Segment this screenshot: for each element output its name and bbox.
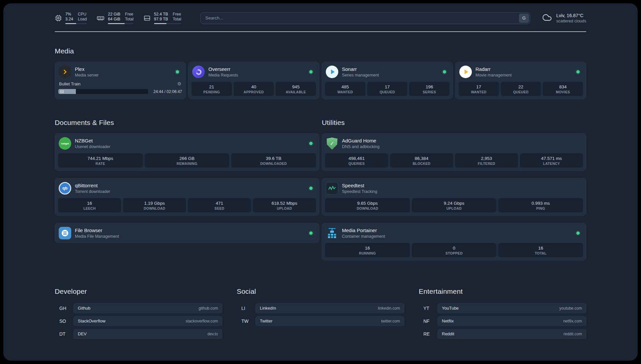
bookmark-link[interactable]: StackOverflow stackoverflow.com xyxy=(74,316,222,326)
stat-leech: 16 LEECH xyxy=(58,198,121,212)
stat-series: 196 SERIES xyxy=(409,82,449,96)
disk-total-label: Total xyxy=(173,17,181,22)
service-subtitle: Media File Management xyxy=(75,234,119,239)
utilities-column: Utilities ✓ AdGuard Home DNS and adblock… xyxy=(322,113,586,260)
stat-rate: 744.21 Mbps RATE xyxy=(58,153,143,167)
stat-approved: 40 APPROVED xyxy=(234,82,274,96)
bookmark-netflix: NF Netflix netflix.com xyxy=(419,316,586,326)
bookmark-abbr: SO xyxy=(55,318,74,324)
documents-column: Documents & Files nzbget NZBGet Usenet d… xyxy=(55,113,319,260)
stat-upload: 9.24 Gbps UPLOAD xyxy=(412,198,497,212)
stat-download: 1.19 Gbps DOWNLOAD xyxy=(123,198,186,212)
stat-queued: 22 QUEUED xyxy=(501,82,541,96)
bookmark-stackoverflow: SO StackOverflow stackoverflow.com xyxy=(55,316,222,326)
service-card-qbittorrent[interactable]: qb qBittorrent Torrent downloader 16 LEE… xyxy=(55,178,319,216)
service-name: Radarr xyxy=(475,66,512,72)
disk-bar xyxy=(154,23,181,24)
playback-progress-bar[interactable] xyxy=(58,89,148,94)
weather-condition: scattered clouds xyxy=(556,18,586,24)
memory-widget: 22 GiB 64 GiB Free Total xyxy=(97,12,134,24)
service-card-sonarr[interactable]: Sonarr Series management 485 WANTED 17 Q… xyxy=(322,62,453,99)
service-card-radarr[interactable]: Radarr Movie management 17 WANTED 22 QUE… xyxy=(455,62,586,99)
disk-widget: 52.4 TB 97.9 TB Free Total xyxy=(143,12,181,24)
bookmark-twitter: TW Twitter twitter.com xyxy=(237,316,404,326)
stat-movies: 834 MOVIES xyxy=(543,82,583,96)
service-card-adguard[interactable]: ✓ AdGuard Home DNS and adblocking 498,46… xyxy=(322,133,586,171)
section-title-utilities: Utilities xyxy=(322,119,586,127)
disk-free: 52.4 TB xyxy=(154,12,168,17)
bookmark-link[interactable]: Twitter twitter.com xyxy=(256,316,404,326)
service-subtitle: Series management xyxy=(342,73,379,78)
stat-wanted: 17 WANTED xyxy=(459,82,499,96)
bookmark-linkedin: LI LinkedIn linkedin.com xyxy=(237,303,404,313)
bookmark-link[interactable]: DEV dev.to xyxy=(74,329,222,339)
memory-free: 22 GiB xyxy=(108,12,120,17)
status-dot xyxy=(309,142,313,145)
cloud-icon xyxy=(541,13,553,24)
service-card-portainer[interactable]: Media Portainer Container management 16 … xyxy=(322,223,586,260)
service-name: Overseerr xyxy=(208,66,238,72)
service-card-plex[interactable]: Plex Media server Bullet Train ⚙ 24:44 /… xyxy=(55,62,186,99)
gear-icon[interactable]: ⚙ xyxy=(177,81,181,86)
section-title-documents: Documents & Files xyxy=(55,119,319,127)
disk-icon xyxy=(143,15,151,22)
stat-queued: 17 QUEUED xyxy=(367,82,408,96)
status-dot xyxy=(309,70,313,74)
memory-total-label: Total xyxy=(125,17,134,22)
service-subtitle: DNS and adblocking xyxy=(342,144,380,149)
stat-pending: 21 PENDING xyxy=(192,82,232,96)
search-input[interactable] xyxy=(200,12,530,24)
service-card-filebrowser[interactable]: File Browser Media File Management xyxy=(55,223,319,243)
search-provider-button[interactable]: G xyxy=(519,14,529,23)
cpu-bar xyxy=(65,23,87,24)
media-cards-row: Plex Media server Bullet Train ⚙ 24:44 /… xyxy=(55,62,586,99)
nzbget-icon: nzbget xyxy=(59,137,71,150)
stat-filtered: 2,953 FILTERED xyxy=(455,153,518,167)
bookmark-abbr: YT xyxy=(419,306,438,311)
dashboard: 7% 3.24 CPU Load xyxy=(3,3,638,361)
topbar: 7% 3.24 CPU Load xyxy=(55,3,586,24)
cpu-label: CPU xyxy=(78,12,87,17)
service-name: Sonarr xyxy=(342,66,379,72)
service-subtitle: Usenet downloader xyxy=(75,144,110,149)
playback-time: 24:44 / 02:06:47 xyxy=(153,89,182,94)
status-dot xyxy=(443,70,446,74)
memory-icon xyxy=(97,14,105,22)
bookmark-link[interactable]: Github github.com xyxy=(74,303,222,313)
now-playing-title: Bullet Train xyxy=(59,81,80,86)
bookmark-link[interactable]: Reddit reddit.com xyxy=(438,329,586,339)
cpu-widget: 7% 3.24 CPU Load xyxy=(55,12,87,24)
search-bar: G xyxy=(200,12,530,24)
bookmark-youtube: YT YouTube youtube.com xyxy=(419,303,586,313)
stat-available: 945 AVAILABLE xyxy=(276,82,316,96)
service-subtitle: Torrent downloader xyxy=(75,189,110,194)
memory-free-label: Free xyxy=(125,12,134,17)
pause-icon[interactable] xyxy=(61,90,63,93)
cpu-load: 3.24 xyxy=(65,17,73,22)
speedtest-icon xyxy=(326,182,338,195)
bookmark-link[interactable]: LinkedIn linkedin.com xyxy=(256,303,404,313)
bookmark-group-social: Social LI LinkedIn linkedin.com TW Twitt… xyxy=(237,282,404,342)
cpu-load-label: Load xyxy=(78,17,87,22)
stat-blocked: 86,384 BLOCKED xyxy=(390,153,453,167)
stat-latency: 47.571 ms LATENCY xyxy=(520,153,583,167)
service-card-speedtest[interactable]: Speedtest Speedtest Tracking 9.65 Gbps D… xyxy=(322,178,586,216)
service-card-overseerr[interactable]: Overseerr Media Requests 21 PENDING 40 A… xyxy=(188,62,319,99)
stat-wanted: 485 WANTED xyxy=(325,82,365,96)
bookmark-link[interactable]: YouTube youtube.com xyxy=(438,303,586,313)
stat-downloaded: 39.6 TB DOWNLOADED xyxy=(231,153,316,167)
service-subtitle: Movie management xyxy=(475,73,512,78)
stat-running: 16 RUNNING xyxy=(325,243,410,257)
service-name: NZBGet xyxy=(75,137,110,144)
filebrowser-icon xyxy=(59,227,71,239)
bookmark-group-entertainment: Entertainment YT YouTube youtube.com NF … xyxy=(419,282,586,342)
radarr-icon xyxy=(459,66,472,78)
bookmark-link[interactable]: Netflix netflix.com xyxy=(438,316,586,326)
service-name: File Browser xyxy=(75,227,119,233)
bookmark-abbr: TW xyxy=(237,318,256,324)
adguard-icon: ✓ xyxy=(326,137,338,150)
bookmark-abbr: GH xyxy=(55,306,74,311)
status-dot xyxy=(309,231,313,235)
cpu-icon xyxy=(55,15,62,22)
service-card-nzbget[interactable]: nzbget NZBGet Usenet downloader 744.21 M… xyxy=(55,133,319,171)
